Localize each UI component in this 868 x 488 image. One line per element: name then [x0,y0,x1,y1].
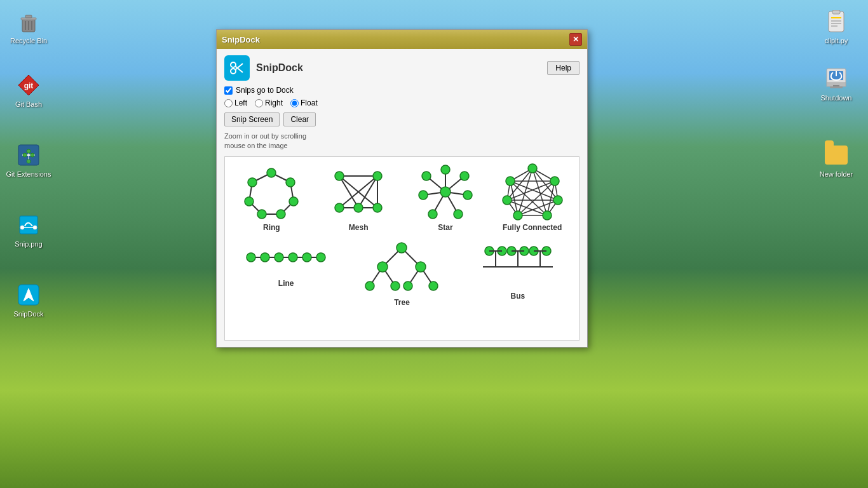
desktop-icon-recycle-bin[interactable]: Recycle Bin [3,6,54,47]
bus-label: Bus [510,292,525,301]
radio-left[interactable] [224,99,233,107]
svg-point-58 [335,172,344,180]
image-area[interactable]: Ring [224,156,580,341]
desktop-icon-git-bash[interactable]: git Git Bash [3,70,54,111]
svg-point-45 [289,197,298,206]
svg-line-53 [358,176,377,208]
svg-point-62 [335,203,344,212]
svg-point-48 [245,197,254,206]
mesh-label: Mesh [349,223,369,232]
mesh-diagram [327,163,390,220]
svg-point-59 [373,172,382,180]
svg-line-94 [507,200,547,215]
desktop-icon-shutdown[interactable]: Shutdown [811,64,862,104]
snips-to-dock-label[interactable]: Snips go to Dock [236,86,294,95]
radio-float[interactable] [290,99,299,107]
svg-point-101 [553,196,562,205]
topology-star: Star [405,163,486,232]
svg-text:git: git [24,81,34,90]
svg-rect-28 [833,85,839,86]
svg-point-121 [416,262,426,272]
svg-point-15 [27,159,31,163]
clipit-label: clipit.py [825,37,848,44]
desktop-icon-new-folder[interactable]: New folder [811,140,862,180]
hint-text: Zoom in or out by scrollingmouse on the … [224,132,580,151]
snipdock-desktop-icon [17,283,40,306]
desktop-icon-snip-png[interactable]: Snip.png [3,210,54,250]
svg-point-108 [261,253,269,262]
svg-point-61 [373,203,382,212]
fully-connected-label: Fully Connected [503,223,562,232]
svg-point-72 [460,172,469,180]
svg-point-47 [257,210,266,219]
topology-ring: Ring [231,163,312,232]
svg-point-111 [302,253,311,262]
ring-label: Ring [263,223,280,232]
scissors-icon [229,60,245,76]
shutdown-label: Shutdown [821,94,852,102]
recycle-bin-icon [17,10,40,33]
svg-point-109 [275,253,283,262]
topology-fully-connected: Fully Connected [492,163,573,232]
help-button[interactable]: Help [547,61,580,75]
desktop: Recycle Bin git Git Bash + Git Extension… [0,0,868,488]
svg-point-110 [288,253,297,262]
git-extensions-label: Git Extensions [6,170,51,178]
desktop-icon-git-extensions[interactable]: + Git Extensions [3,140,54,180]
svg-point-99 [528,164,537,173]
star-diagram [414,163,477,220]
buttons-row: Snip Screen Clear [224,112,580,126]
svg-rect-16 [20,216,37,234]
checkbox-row: Snips go to Dock [224,86,580,95]
desktop-icon-clipit[interactable]: clipit.py [811,6,862,47]
line-diagram [245,238,327,276]
desktop-icon-snipdock[interactable]: SnipDock [3,280,54,320]
radio-right-label[interactable]: Right [255,98,283,107]
star-label: Star [438,223,452,232]
git-bash-icon: git [17,74,40,97]
new-folder-label: New folder [820,170,853,178]
svg-point-119 [397,243,407,253]
svg-point-105 [506,177,515,186]
snipdock-desktop-label: SnipDock [13,310,43,318]
topology-line: Line [231,238,341,307]
svg-rect-20 [829,11,844,32]
svg-point-102 [543,211,552,220]
radio-float-label[interactable]: Float [290,98,318,107]
svg-point-60 [354,203,363,212]
svg-point-124 [403,281,412,290]
title-bar: SnipDock ✕ [217,30,587,49]
snips-to-dock-checkbox[interactable] [224,86,233,95]
svg-point-123 [391,281,400,290]
git-bash-label: Git Bash [15,100,42,108]
tree-label: Tree [394,298,410,307]
svg-point-104 [503,196,512,205]
svg-point-74 [454,210,463,219]
radio-left-label[interactable]: Left [224,98,247,107]
radio-right[interactable] [255,99,263,107]
clear-button[interactable]: Clear [283,112,316,126]
svg-rect-29 [830,86,843,88]
ring-diagram [240,163,303,220]
folder-icon [825,146,848,165]
svg-point-44 [286,178,295,187]
image-scroll[interactable]: Ring [231,163,573,307]
svg-point-46 [276,210,285,219]
svg-point-43 [267,168,276,177]
tree-diagram [360,238,443,295]
close-button[interactable]: ✕ [569,33,582,46]
app-header: SnipDock Help [224,55,580,81]
svg-line-90 [518,200,558,215]
snip-png-icon [17,214,40,236]
svg-point-125 [429,281,438,290]
svg-point-14 [27,149,31,153]
window-content: SnipDock Help Snips go to Dock Left Righ… [217,49,587,347]
git-extensions-icon: + [17,144,40,166]
svg-point-49 [248,178,257,187]
snip-screen-button[interactable]: Snip Screen [224,112,280,126]
topology-bus: Bus [463,238,573,307]
svg-point-12 [31,153,34,157]
fully-connected-diagram [498,163,567,220]
topology-mesh: Mesh [318,163,399,232]
radio-row: Left Right Float [224,98,580,107]
